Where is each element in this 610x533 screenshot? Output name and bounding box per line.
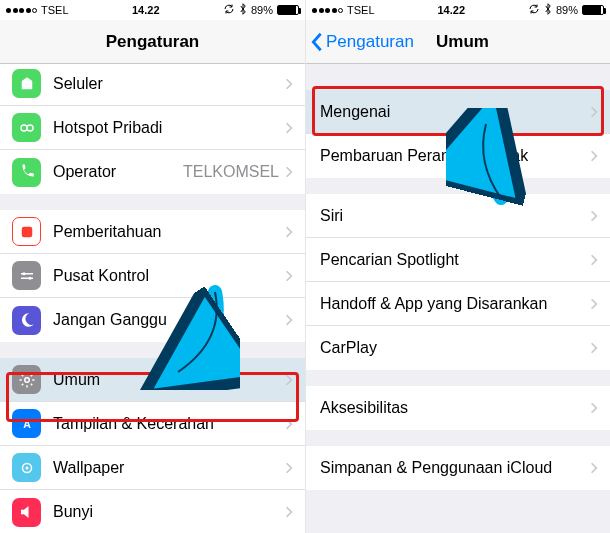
chevron-right-icon <box>285 373 293 387</box>
row-label: Aksesibilitas <box>320 399 590 417</box>
carrier-label: TSEL <box>347 4 375 16</box>
svg-point-1 <box>27 125 33 131</box>
phone-icon <box>12 158 41 187</box>
battery-icon <box>277 5 299 15</box>
row-general[interactable]: Umum <box>0 358 305 402</box>
back-label: Pengaturan <box>326 32 414 52</box>
row-label: Pusat Kontrol <box>53 267 285 285</box>
bluetooth-icon <box>544 3 552 17</box>
gear-icon <box>12 365 41 394</box>
control-center-icon <box>12 261 41 290</box>
screen-general: TSEL 14.22 89% Pengaturan Umum <box>305 0 610 533</box>
navbar-general: Pengaturan Umum <box>306 20 610 64</box>
chevron-right-icon <box>285 165 293 179</box>
back-button[interactable]: Pengaturan <box>310 20 414 63</box>
row-spotlight[interactable]: Pencarian Spotlight <box>306 238 610 282</box>
row-label: Pembaruan Perangkat Lunak <box>320 147 590 165</box>
status-bar: TSEL 14.22 89% <box>0 0 305 20</box>
hotspot-icon <box>12 113 41 142</box>
row-value: TELKOMSEL <box>183 163 279 181</box>
row-display[interactable]: A Tampilan & Kecerahan <box>0 402 305 446</box>
row-sound[interactable]: Bunyi <box>0 490 305 533</box>
display-icon: A <box>12 409 41 438</box>
signal-dots-icon <box>6 8 37 13</box>
row-label: Handoff & App yang Disarankan <box>320 295 590 313</box>
svg-point-5 <box>24 377 29 382</box>
chevron-right-icon <box>590 461 598 475</box>
notifications-icon <box>12 217 41 246</box>
row-siri[interactable]: Siri <box>306 194 610 238</box>
cellular-icon <box>12 69 41 98</box>
navbar-settings: Pengaturan <box>0 20 305 64</box>
chevron-right-icon <box>590 297 598 311</box>
chevron-right-icon <box>285 121 293 135</box>
row-swupdate[interactable]: Pembaruan Perangkat Lunak <box>306 134 610 178</box>
row-storage[interactable]: Simpanan & Penggunaan iCloud <box>306 446 610 490</box>
clock: 14.22 <box>437 4 465 16</box>
chevron-right-icon <box>590 105 598 119</box>
row-dnd[interactable]: Jangan Ganggu <box>0 298 305 342</box>
sync-icon <box>528 3 540 17</box>
chevron-right-icon <box>285 225 293 239</box>
sync-icon <box>223 3 235 17</box>
row-hotspot[interactable]: Hotspot Pribadi <box>0 106 305 150</box>
row-carrier[interactable]: Operator TELKOMSEL <box>0 150 305 194</box>
carrier-label: TSEL <box>41 4 69 16</box>
row-label: Umum <box>53 371 285 389</box>
row-label: Simpanan & Penggunaan iCloud <box>320 459 590 477</box>
battery-pct: 89% <box>556 4 578 16</box>
chevron-right-icon <box>590 149 598 163</box>
row-handoff[interactable]: Handoff & App yang Disarankan <box>306 282 610 326</box>
row-about[interactable]: Mengenai <box>306 90 610 134</box>
row-label: Wallpaper <box>53 459 285 477</box>
clock: 14.22 <box>132 4 160 16</box>
svg-point-0 <box>21 125 27 131</box>
row-label: Tampilan & Kecerahan <box>53 415 285 433</box>
chevron-right-icon <box>285 269 293 283</box>
chevron-right-icon <box>285 313 293 327</box>
page-title: Umum <box>436 32 489 52</box>
svg-text:A: A <box>23 417 31 429</box>
row-label: Pemberitahuan <box>53 223 285 241</box>
battery-pct: 89% <box>251 4 273 16</box>
row-label: Pencarian Spotlight <box>320 251 590 269</box>
row-label: CarPlay <box>320 339 590 357</box>
row-label: Siri <box>320 207 590 225</box>
row-carplay[interactable]: CarPlay <box>306 326 610 370</box>
row-label: Jangan Ganggu <box>53 311 285 329</box>
row-label: Bunyi <box>53 503 285 521</box>
chevron-right-icon <box>590 341 598 355</box>
row-cellular[interactable]: Seluler <box>0 64 305 106</box>
chevron-right-icon <box>285 461 293 475</box>
chevron-right-icon <box>590 253 598 267</box>
chevron-right-icon <box>285 417 293 431</box>
chevron-right-icon <box>285 505 293 519</box>
row-notifications[interactable]: Pemberitahuan <box>0 210 305 254</box>
svg-rect-2 <box>21 226 32 237</box>
battery-icon <box>582 5 604 15</box>
row-label: Mengenai <box>320 103 590 121</box>
status-bar: TSEL 14.22 89% <box>306 0 610 20</box>
row-control-center[interactable]: Pusat Kontrol <box>0 254 305 298</box>
chevron-left-icon <box>310 31 324 53</box>
screen-settings: TSEL 14.22 89% Pengaturan <box>0 0 305 533</box>
svg-point-8 <box>25 466 28 469</box>
row-label: Hotspot Pribadi <box>53 119 285 137</box>
signal-dots-icon <box>312 8 343 13</box>
row-label: Seluler <box>53 75 285 93</box>
row-label: Operator <box>53 163 183 181</box>
sound-icon <box>12 498 41 527</box>
chevron-right-icon <box>590 209 598 223</box>
row-wallpaper[interactable]: Wallpaper <box>0 446 305 490</box>
chevron-right-icon <box>285 77 293 91</box>
wallpaper-icon <box>12 453 41 482</box>
chevron-right-icon <box>590 401 598 415</box>
moon-icon <box>12 306 41 335</box>
row-accessibility[interactable]: Aksesibilitas <box>306 386 610 430</box>
page-title: Pengaturan <box>106 32 200 52</box>
bluetooth-icon <box>239 3 247 17</box>
